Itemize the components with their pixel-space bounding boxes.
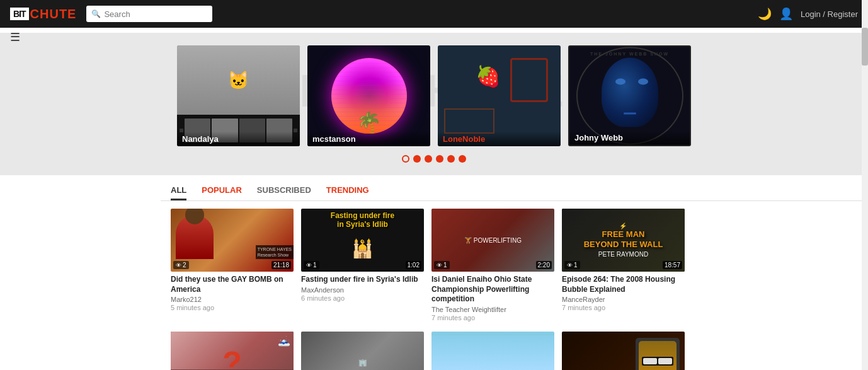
thumb-views: 👁 2	[173, 261, 189, 269]
video-grid: TYRONE HAYESResearch Show 👁 2 21:18 Did …	[161, 201, 868, 370]
eye-icon: 👁	[306, 262, 312, 269]
search-icon: 🔍	[91, 9, 101, 18]
video-card-v4: ⚡ FREE MANBEYOND THE WALL PETE RAYMOND 👁…	[562, 209, 685, 321]
video-thumb-v4[interactable]: ⚡ FREE MANBEYOND THE WALL PETE RAYMOND 👁…	[562, 209, 685, 272]
user-icon[interactable]: 👤	[779, 7, 793, 21]
featured-card-label: mcstanson	[307, 132, 430, 146]
video-channel[interactable]: The Teacher Weightlifter	[431, 306, 554, 313]
logo-chute: CHUTE	[30, 7, 77, 21]
video-card-v5: ? 🗻 👁 1 23:32 Q Anon/News - Big in Japan…	[171, 332, 294, 370]
eye-icon: 👁	[567, 262, 573, 269]
featured-cards: 🐱 Nandalya 🌴 mcstanson 🍓	[0, 39, 868, 151]
tab-all[interactable]: ALL	[171, 182, 186, 200]
logo-bit: BIT	[10, 8, 29, 20]
video-thumb-v2[interactable]: Fasting under firein Syria's Idlib 🕌 👁 1…	[301, 209, 424, 272]
video-channel[interactable]: MaxAnderson	[301, 286, 424, 294]
video-card-v3: 🏋️ POWERLIFTING 👁 1 2:20 Isi Daniel Enai…	[431, 209, 554, 321]
video-card-v6: 🏢 👁 1 0:00 #%^^#$ Dante! pipelneaudio 7 …	[301, 332, 424, 370]
video-channel[interactable]: Marko212	[171, 296, 294, 303]
avatar-cartoon	[636, 338, 680, 370]
thumb-duration: 2:20	[536, 261, 552, 269]
thumb-views: 👁 1	[564, 261, 580, 269]
video-card-v1: TYRONE HAYESResearch Show 👁 2 21:18 Did …	[171, 209, 294, 321]
carousel-dot-6[interactable]	[459, 155, 466, 163]
video-thumb-v5[interactable]: ? 🗻 👁 1 23:32	[171, 332, 294, 370]
tab-popular[interactable]: POPULAR	[202, 182, 242, 200]
thumb-duration: 1:02	[406, 261, 421, 269]
thumb-duration: 21:18	[271, 261, 291, 269]
video-thumb-v8[interactable]: 👁 1 40:25	[562, 332, 685, 370]
banner-text: TYRONE HAYESResearch Show	[256, 245, 294, 259]
thumb-views: 👁 1	[304, 261, 319, 269]
video-title[interactable]: Fasting under fire in Syria's Idlib	[301, 275, 424, 285]
video-channel[interactable]: ManceRayder	[562, 296, 685, 303]
eye-icon: 👁	[176, 262, 181, 269]
video-time: 7 minutes ago	[562, 304, 685, 311]
video-card-v8: 👁 1 40:25 Trick Lessons Podcast Episode …	[562, 332, 685, 370]
featured-card-lonenoble[interactable]: 🍓 LoneNoble	[438, 45, 561, 146]
question-mark-icon: ?	[222, 345, 242, 370]
logo[interactable]: BIT CHUTE	[10, 7, 76, 21]
video-time: 5 minutes ago	[171, 304, 294, 311]
video-thumb-v6[interactable]: 🏢 👁 1 0:00	[301, 332, 424, 370]
featured-card-johnywebb[interactable]: THE JOHNY WEBB SHOW Johny Webb	[568, 45, 691, 146]
featured-card-label: Nandalya	[177, 132, 300, 146]
thumb-views: 👁 1	[434, 261, 450, 269]
featured-card-label: LoneNoble	[438, 132, 561, 146]
header: BIT CHUTE 🔍 🌙 👤 Login / Register	[0, 0, 868, 28]
featured-card-nandalya[interactable]: 🐱 Nandalya	[177, 45, 300, 146]
carousel-dot-2[interactable]	[413, 155, 421, 163]
eye-icon: 👁	[437, 262, 442, 269]
login-register-link[interactable]: Login / Register	[801, 9, 858, 19]
thumb-duration: 18:57	[663, 261, 682, 269]
video-time: 6 minutes ago	[301, 294, 424, 302]
tab-subscribed[interactable]: SUBSCRIBED	[257, 182, 311, 200]
freeman-subtitle: PETE RAYMOND	[598, 251, 648, 258]
carousel-dot-3[interactable]	[425, 155, 432, 163]
moon-icon[interactable]: 🌙	[758, 7, 772, 21]
freeman-title: FREE MANBEYOND THE WALL	[584, 229, 663, 249]
fasting-text: Fasting under firein Syria's Idlib	[301, 211, 424, 229]
featured-section: 🐱 Nandalya 🌴 mcstanson 🍓	[0, 33, 868, 175]
tab-trending[interactable]: TRENDING	[326, 182, 369, 200]
video-thumb-v1[interactable]: TYRONE HAYESResearch Show 👁 2 21:18	[171, 209, 294, 272]
header-right: 🌙 👤 Login / Register	[758, 7, 858, 21]
video-title[interactable]: Isi Daniel Enaiho Ohio State Championshi…	[431, 275, 554, 304]
video-thumb-v7[interactable]: 👁 6 13:19	[431, 332, 554, 370]
carousel-dot-1[interactable]	[402, 155, 409, 163]
featured-card-mcstanson[interactable]: 🌴 mcstanson	[307, 45, 430, 146]
video-row-2: ? 🗻 👁 1 23:32 Q Anon/News - Big in Japan…	[171, 332, 858, 370]
featured-card-label: Johny Webb	[569, 130, 690, 145]
carousel-dots	[0, 155, 868, 163]
video-card-v2: Fasting under firein Syria's Idlib 🕌 👁 1…	[301, 209, 424, 321]
video-card-v7: 👁 6 13:19 Memorial Day 2019 - Luxembourg…	[431, 332, 554, 370]
video-time: 7 minutes ago	[431, 314, 554, 321]
video-title[interactable]: Episode 264: The 2008 Housing Bubble Exp…	[562, 275, 685, 294]
tabs-section: ALL POPULAR SUBSCRIBED TRENDING	[161, 175, 868, 201]
carousel-dot-5[interactable]	[447, 155, 455, 163]
video-row-1: TYRONE HAYESResearch Show 👁 2 21:18 Did …	[171, 209, 858, 321]
carousel-dot-4[interactable]	[436, 155, 443, 163]
video-title[interactable]: Did they use the GAY BOMB on America	[171, 275, 294, 294]
search-input[interactable]	[104, 9, 207, 19]
search-bar[interactable]: 🔍	[86, 6, 212, 22]
video-thumb-v3[interactable]: 🏋️ POWERLIFTING 👁 1 2:20	[431, 209, 554, 272]
